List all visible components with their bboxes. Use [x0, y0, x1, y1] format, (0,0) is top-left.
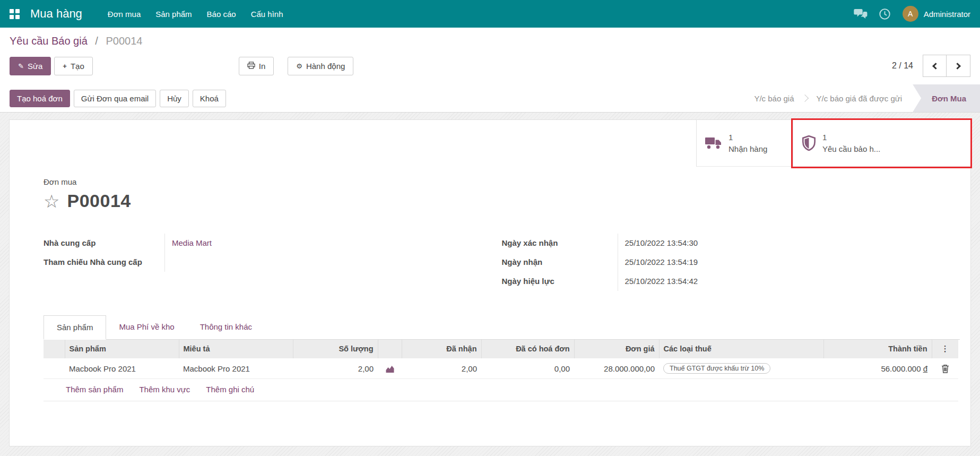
warranty-count: 1 [822, 132, 880, 143]
app-name[interactable]: Mua hàng [30, 7, 82, 21]
shield-icon [802, 135, 816, 151]
optional-columns-toggle[interactable]: ⋮ [932, 340, 958, 358]
cell-description[interactable]: Macbook Pro 2021 [179, 358, 293, 379]
printer-icon [247, 62, 255, 70]
header-received[interactable]: Đã nhận [402, 340, 481, 358]
receipt-label: Nhận hàng [729, 143, 767, 155]
state-purchase-order[interactable]: Đơn Mua [913, 84, 980, 112]
receipt-smart-button[interactable]: 1 Nhận hàng [696, 120, 793, 167]
gear-icon: ⚙ [296, 63, 302, 70]
menu-san-pham[interactable]: Sản phẩm [148, 5, 199, 23]
menu-bao-cao[interactable]: Báo cáo [200, 5, 244, 23]
tab-products[interactable]: Sản phẩm [44, 315, 106, 340]
user-name: Administrator [924, 10, 970, 19]
state-rfq-sent[interactable]: Y/c báo giá đã được gửi [805, 84, 913, 112]
user-menu[interactable]: A Administrator [903, 6, 970, 22]
cell-taxes[interactable]: Thuế GTGT được khấu trừ 10% [659, 358, 823, 379]
table-header-row: Sản phẩm Miêu tả Số lượng Đã nhận Đã có … [44, 340, 958, 358]
add-note-link[interactable]: Thêm ghi chú [206, 385, 254, 394]
header-subtotal[interactable]: Thành tiền [823, 340, 932, 358]
cell-quantity[interactable]: 2,00 [293, 358, 378, 379]
control-panel: Yêu cầu Báo giá / P00014 ✎ Sửa + Tạo In [0, 28, 980, 84]
receipt-date-value: 25/10/2022 13:54:19 [618, 253, 785, 272]
lock-button[interactable]: Khoá [193, 90, 226, 107]
cell-subtotal: 56.000.000 đ [823, 358, 932, 379]
tax-tag[interactable]: Thuế GTGT được khấu trừ 10% [663, 363, 770, 374]
cell-received[interactable]: 2,00 [402, 358, 481, 379]
effective-date-value: 25/10/2022 13:54:42 [618, 272, 785, 291]
handle-column-header [44, 340, 65, 358]
vertical-ellipsis-icon: ⋮ [941, 344, 949, 353]
activities-clock-icon[interactable] [878, 7, 892, 20]
cell-unit-price[interactable]: 28.000.000,00 [574, 358, 659, 379]
warranty-smart-button[interactable]: 1 Yêu cầu bảo h... [793, 120, 970, 167]
header-quantity[interactable]: Số lượng [293, 340, 378, 358]
breadcrumb-parent[interactable]: Yêu cầu Báo giá [10, 35, 88, 47]
form-sheet: 1 Nhận hàng 1 Yêu cầu bảo h... Đơn [9, 119, 971, 446]
pager-count: 2 / 14 [892, 61, 913, 71]
print-button[interactable]: In [239, 57, 274, 75]
receipt-date-label: Ngày nhận [502, 253, 618, 272]
truck-icon [705, 136, 722, 150]
cell-billed[interactable]: 0,00 [481, 358, 574, 379]
trash-icon[interactable] [941, 364, 949, 373]
chevron-right-icon [954, 63, 961, 70]
receipt-count: 1 [729, 132, 767, 143]
order-lines-table: Sản phẩm Miêu tả Số lượng Đã nhận Đã có … [44, 340, 958, 379]
action-button[interactable]: ⚙ Hành động [288, 57, 353, 75]
tab-other-info[interactable]: Thông tin khác [187, 315, 265, 339]
pager-previous-button[interactable] [923, 55, 947, 77]
header-taxes[interactable]: Các loại thuế [659, 340, 823, 358]
header-billed[interactable]: Đã có hoá đơn [481, 340, 574, 358]
plus-icon: + [63, 63, 67, 70]
header-description[interactable]: Miêu tả [179, 340, 293, 358]
statusbar: Tạo hoá đơn Gửi Đơn qua email Hủy Khoá Y… [0, 84, 980, 113]
effective-date-label: Ngày hiệu lực [502, 272, 618, 291]
state-rfq[interactable]: Y/c báo giá [743, 84, 804, 112]
vendor-label: Nhà cung cấp [44, 234, 164, 253]
vendor-reference-value[interactable] [164, 253, 470, 272]
right-field-group: Ngày xác nhận 25/10/2022 13:54:30 Ngày n… [502, 234, 960, 291]
cell-delete [932, 358, 958, 379]
header-unit-price[interactable]: Đơn giá [574, 340, 659, 358]
create-invoice-button[interactable]: Tạo hoá đơn [10, 90, 70, 107]
order-lines-section: Sản phẩm Miêu tả Số lượng Đã nhận Đã có … [10, 340, 970, 401]
doc-type-label: Đơn mua [44, 177, 960, 186]
order-line-row[interactable]: Macbook Pro 2021 Macbook Pro 2021 2,00 2… [44, 358, 958, 379]
cell-product[interactable]: Macbook Pro 2021 [65, 358, 179, 379]
row-handle-cell [44, 358, 65, 379]
vendor-value[interactable]: Media Mart [164, 234, 470, 253]
add-product-link[interactable]: Thêm sản phẩm [66, 385, 123, 394]
add-section-link[interactable]: Thêm khu vực [139, 385, 190, 394]
tab-landed-costs[interactable]: Mua Phí về kho [106, 315, 187, 339]
apps-grid-icon[interactable] [10, 9, 20, 19]
menu-cau-hinh[interactable]: Cấu hình [244, 5, 291, 23]
breadcrumb-current: P00014 [106, 35, 142, 47]
header-forecast-spacer [378, 340, 402, 358]
messages-icon[interactable] [854, 7, 868, 20]
breadcrumb-separator: / [95, 35, 98, 47]
content-area: 1 Nhận hàng 1 Yêu cầu bảo h... Đơn [0, 113, 980, 456]
notebook-tabs: Sản phẩm Mua Phí về kho Thông tin khác [44, 315, 960, 340]
create-button[interactable]: + Tạo [54, 57, 92, 75]
pager-next-button[interactable] [947, 55, 970, 77]
favorite-star-icon[interactable]: ☆ [44, 192, 59, 210]
top-navbar: Mua hàng Đơn mua Sản phẩm Báo cáo Cấu hì… [0, 0, 980, 28]
chevron-left-icon [932, 63, 939, 70]
warranty-label: Yêu cầu bảo h... [822, 143, 880, 155]
left-field-group: Nhà cung cấp Media Mart Tham chiếu Nhà c… [44, 234, 502, 291]
forecast-chart-icon[interactable] [385, 364, 395, 373]
confirm-date-value: 25/10/2022 13:54:30 [618, 234, 785, 253]
document-title: P00014 [67, 191, 131, 211]
send-by-email-button[interactable]: Gửi Đơn qua email [74, 90, 156, 107]
currency-symbol: đ [923, 364, 927, 373]
avatar: A [903, 6, 918, 22]
line-add-links: Thêm sản phẩm Thêm khu vực Thêm ghi chú [44, 379, 958, 401]
pencil-icon: ✎ [18, 63, 24, 70]
cell-forecast [378, 358, 402, 379]
header-product[interactable]: Sản phẩm [65, 340, 179, 358]
breadcrumb: Yêu cầu Báo giá / P00014 [10, 35, 970, 47]
menu-don-mua[interactable]: Đơn mua [100, 5, 148, 23]
cancel-button[interactable]: Hủy [160, 90, 189, 107]
edit-button[interactable]: ✎ Sửa [10, 57, 51, 75]
